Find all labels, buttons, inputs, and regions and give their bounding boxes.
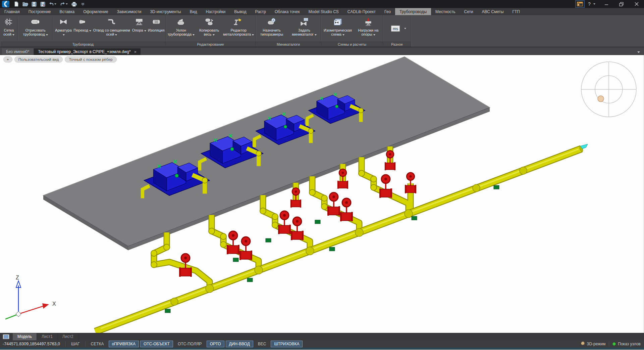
- sheet-list-icon[interactable]: [3, 334, 9, 339]
- gate-valve[interactable]: [227, 231, 239, 254]
- tab-mestnost[interactable]: Местность: [431, 8, 460, 15]
- axes-grid-icon: [4, 17, 13, 28]
- gate-valve[interactable]: [291, 217, 304, 240]
- view-compass[interactable]: [581, 62, 636, 117]
- tab-cadlib-proekt[interactable]: CADLib Проект: [343, 8, 380, 15]
- minicatalog-button[interactable]: Задать миникаталог: [288, 15, 321, 42]
- sheet-tab-model[interactable]: Модель: [13, 333, 37, 340]
- ribbon-group-title: Миникаталоги: [256, 42, 321, 47]
- gate-valve[interactable]: [278, 211, 291, 234]
- minimize-button[interactable]: [599, 0, 614, 8]
- interface-settings-icon[interactable]: [575, 0, 585, 8]
- restore-button[interactable]: [614, 0, 629, 8]
- toggle-hatch[interactable]: ШТРИХОВКА: [271, 341, 303, 347]
- toggle-snap-step[interactable]: ШАГ: [68, 341, 83, 347]
- viewport-controls: + Пользовательский вид Точный с показом …: [3, 56, 117, 62]
- viewport-visual-style-button[interactable]: Точный с показом рёбер: [65, 56, 116, 62]
- print-icon[interactable]: [70, 1, 78, 7]
- tab-model-studio-cs[interactable]: Model Studio CS: [304, 8, 343, 15]
- viewport-add-button[interactable]: +: [3, 56, 12, 62]
- tab-geo[interactable]: Гео: [380, 8, 395, 15]
- redo-dropdown-icon[interactable]: [66, 3, 68, 5]
- tab-postroenie[interactable]: Построение: [24, 8, 55, 15]
- equipment-slab[interactable]: [43, 57, 490, 250]
- tab-oformlenie[interactable]: Оформление: [79, 8, 112, 15]
- tab-oblaka-tochek[interactable]: Облака точек: [270, 8, 304, 15]
- undo-icon[interactable]: [48, 1, 58, 7]
- toggle-dynamic-input[interactable]: ДИН-ВВОД: [226, 341, 253, 347]
- axes-grid-button[interactable]: Сетка осей: [1, 15, 17, 42]
- mode-3d-label[interactable]: 3D-режим: [587, 342, 606, 346]
- gate-valve[interactable]: [327, 192, 340, 216]
- viewport-view-button[interactable]: Пользовательский вид: [14, 56, 63, 62]
- open-folder-icon[interactable]: [21, 1, 29, 7]
- tab-seti[interactable]: Сети: [460, 8, 477, 15]
- drawing-canvas[interactable]: + Пользовательский вид Точный с показом …: [0, 55, 644, 333]
- iso-schema-button[interactable]: Изометрическая схема: [321, 15, 354, 42]
- button-label: Изометрическая схема: [324, 28, 352, 36]
- copy-all-button[interactable]: Копировать весь: [197, 15, 222, 42]
- ribbon: Сетка осей Отрисовать трубопровод Армату…: [0, 15, 644, 47]
- assign-sizes-button[interactable]: Назначить типоразмеры: [256, 15, 288, 42]
- offset-elbow-button[interactable]: Отвод со смещением осей: [92, 15, 131, 42]
- tab-zavisimosti[interactable]: Зависимости: [113, 8, 146, 15]
- toggle-otrack-polar[interactable]: ОТС-ПОЛЯР: [174, 341, 205, 347]
- tab-avs-smety[interactable]: АВС Сметы: [478, 8, 508, 15]
- tab-vyvod[interactable]: Вывод: [230, 8, 251, 15]
- save-as-icon[interactable]: [39, 1, 46, 7]
- tab-vid[interactable]: Вид: [185, 8, 202, 15]
- toggle-otrack-object[interactable]: ОТС-ОБЪЕКТ: [140, 341, 173, 347]
- pipe-support: [494, 185, 499, 189]
- tab-glavnaya[interactable]: Главная: [0, 8, 24, 15]
- draw-pipe-button[interactable]: Отрисовать трубопровод: [19, 15, 52, 42]
- help-button[interactable]: ?: [586, 1, 593, 7]
- show-nodes-label[interactable]: Показ узлов: [618, 342, 641, 346]
- tab-vstavka[interactable]: Вставка: [55, 8, 79, 15]
- pipe-slope-button[interactable]: Уклон трубопровода: [166, 15, 197, 42]
- tab-nastroyki[interactable]: Настройки: [201, 8, 230, 15]
- tab-gtp[interactable]: ГТП: [508, 8, 524, 15]
- dropdown-arrow-icon: [144, 30, 146, 32]
- insulation-icon: [152, 17, 161, 28]
- support-icon: [135, 17, 144, 28]
- insulation-button[interactable]: Изоляция: [147, 15, 165, 42]
- button-label: Арматура: [55, 28, 72, 32]
- fittings-button[interactable]: Арматура: [54, 15, 73, 42]
- gate-valve[interactable]: [290, 188, 301, 208]
- tab-truboprovody[interactable]: Трубопроводы: [395, 8, 431, 15]
- close-tab-icon[interactable]: ×: [134, 49, 137, 54]
- ribbon-group-misc: ms Разное: [383, 15, 411, 47]
- tab-list-dropdown-icon[interactable]: [637, 51, 640, 53]
- gate-valve[interactable]: [385, 150, 395, 170]
- customize-toolbar-icon[interactable]: [79, 1, 87, 7]
- sheet-tab-list1[interactable]: Лист1: [37, 333, 58, 340]
- tab-3d-instrumenty[interactable]: 3D-инструменты: [146, 8, 185, 15]
- redo-icon[interactable]: [59, 1, 69, 7]
- toggle-lineweight[interactable]: ВЕС: [255, 341, 270, 347]
- reducer-button[interactable]: Переход: [73, 15, 92, 42]
- toggle-osnap[interactable]: оПРИВЯЗКА: [109, 341, 139, 347]
- document-tab-unnamed[interactable]: Без имени0*: [2, 48, 33, 55]
- sheet-tab-list2[interactable]: Лист2: [58, 333, 78, 340]
- new-file-icon[interactable]: [13, 1, 20, 7]
- ms-dropdown-icon[interactable]: [404, 28, 406, 29]
- toggle-grid[interactable]: СЕТКА: [88, 341, 107, 347]
- ms-tools-button[interactable]: ms: [388, 25, 403, 32]
- support-button[interactable]: Опора: [131, 15, 147, 42]
- help-dropdown-icon[interactable]: [593, 3, 595, 5]
- save-icon[interactable]: [30, 1, 38, 7]
- steel-editor-button[interactable]: Редактор металлопроката: [222, 15, 255, 42]
- quick-access-toolbar: [13, 1, 87, 7]
- gate-valve[interactable]: [239, 237, 252, 260]
- gate-valve[interactable]: [405, 173, 416, 193]
- tab-rastr[interactable]: Растр: [251, 8, 270, 15]
- gate-valve[interactable]: [340, 198, 353, 221]
- gate-valve[interactable]: [379, 175, 392, 198]
- support-loads-button[interactable]: Нагрузки на опоры: [354, 15, 382, 42]
- close-button[interactable]: [629, 0, 644, 8]
- toggle-ortho[interactable]: ОРТО: [207, 341, 224, 347]
- undo-dropdown-icon[interactable]: [54, 3, 56, 5]
- gate-valve[interactable]: [337, 169, 348, 189]
- document-tab-active[interactable]: Тестовый пример_Экспорт в CPIPE_+земля.d…: [34, 48, 141, 55]
- valve-icon: [59, 17, 68, 28]
